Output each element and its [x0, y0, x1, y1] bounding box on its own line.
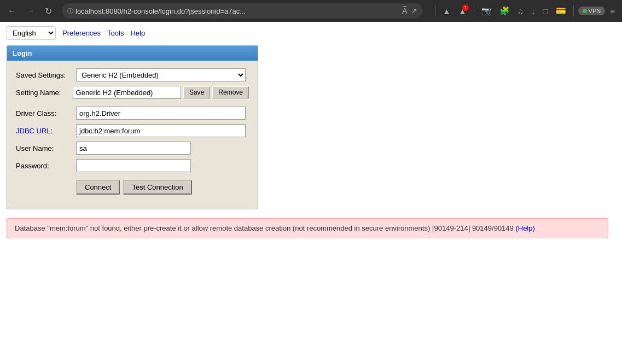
- forward-button[interactable]: →: [23, 4, 38, 18]
- driver-class-label: Driver Class:: [16, 109, 76, 118]
- browser-actions: ▲ ▲1 📷 🧩 ♫ ↓ □ 💳 VPN ≡: [433, 4, 618, 17]
- address-text: localhost:8080/h2-console/login.do?jsess…: [75, 7, 399, 15]
- user-name-row: User Name:: [16, 142, 249, 155]
- refresh-button[interactable]: ↻: [42, 4, 55, 19]
- wallet-button[interactable]: 💳: [553, 4, 569, 17]
- divider2: [474, 5, 474, 16]
- brave-rewards-button[interactable]: ▲1: [456, 5, 469, 17]
- browser-chrome: ← → ↻ ⓘ localhost:8080/h2-console/login.…: [0, 0, 622, 22]
- login-body: Saved Settings: Generic H2 (Embedded) Ge…: [7, 61, 258, 209]
- password-label: Password:: [16, 162, 76, 170]
- save-button[interactable]: Save: [183, 86, 210, 98]
- vpn-status-dot: [583, 9, 587, 13]
- tab-button[interactable]: □: [540, 5, 551, 17]
- menu-button[interactable]: ≡: [607, 5, 618, 17]
- translate-icon[interactable]: A̅: [402, 7, 408, 15]
- user-name-input[interactable]: [76, 142, 191, 155]
- address-bar[interactable]: ⓘ localhost:8080/h2-console/login.do?jse…: [62, 3, 423, 19]
- connect-button[interactable]: Connect: [76, 180, 120, 195]
- error-help-link[interactable]: (Help): [515, 224, 534, 232]
- test-connection-button[interactable]: Test Connection: [123, 180, 191, 195]
- password-row: Password:: [16, 159, 249, 172]
- remove-button[interactable]: Remove: [212, 86, 249, 98]
- extensions-button[interactable]: 🧩: [497, 4, 513, 17]
- setting-name-input[interactable]: [73, 86, 181, 99]
- driver-class-row: Driver Class:: [16, 107, 249, 120]
- setting-name-label: Setting Name:: [16, 89, 73, 97]
- driver-class-input[interactable]: [76, 107, 246, 120]
- login-header: Login: [7, 46, 258, 61]
- vpn-badge[interactable]: VPN: [578, 7, 606, 15]
- saved-settings-label: Saved Settings:: [16, 71, 76, 79]
- download-button[interactable]: ↓: [528, 5, 538, 17]
- password-input[interactable]: [76, 159, 191, 172]
- help-link[interactable]: Help: [130, 29, 145, 37]
- error-banner: Database "mem:forum" not found, either p…: [7, 218, 608, 238]
- tools-link[interactable]: Tools: [107, 29, 124, 37]
- page-content: English Deutsch Français Preferences Too…: [0, 22, 622, 364]
- setting-name-row: Setting Name: Save Remove: [16, 86, 249, 99]
- login-title: Login: [13, 49, 32, 57]
- vpn-label: VPN: [589, 8, 601, 14]
- saved-settings-row: Saved Settings: Generic H2 (Embedded) Ge…: [16, 68, 249, 81]
- brave-icon[interactable]: ▲: [440, 5, 454, 17]
- secure-icon: ⓘ: [67, 7, 73, 15]
- login-panel: Login Saved Settings: Generic H2 (Embedd…: [7, 45, 258, 209]
- user-name-label: User Name:: [16, 144, 76, 152]
- divider3: [573, 5, 574, 16]
- error-message: Database "mem:forum" not found, either p…: [15, 224, 514, 232]
- jdbc-url-input[interactable]: [76, 124, 246, 137]
- action-buttons-row: Connect Test Connection: [16, 180, 249, 195]
- preferences-link[interactable]: Preferences: [62, 29, 101, 37]
- saved-settings-select[interactable]: Generic H2 (Embedded) Generic H2 (Server…: [76, 68, 246, 81]
- language-select[interactable]: English Deutsch Français: [7, 26, 56, 40]
- toolbar: English Deutsch Français Preferences Too…: [7, 26, 615, 40]
- share-icon[interactable]: ↗: [411, 7, 417, 15]
- jdbc-url-label[interactable]: JDBC URL:: [16, 127, 76, 135]
- camera-button[interactable]: 📷: [479, 4, 495, 17]
- jdbc-url-row: JDBC URL:: [16, 124, 249, 137]
- divider: [435, 5, 435, 16]
- media-button[interactable]: ♫: [515, 5, 526, 17]
- back-button[interactable]: ←: [4, 4, 20, 18]
